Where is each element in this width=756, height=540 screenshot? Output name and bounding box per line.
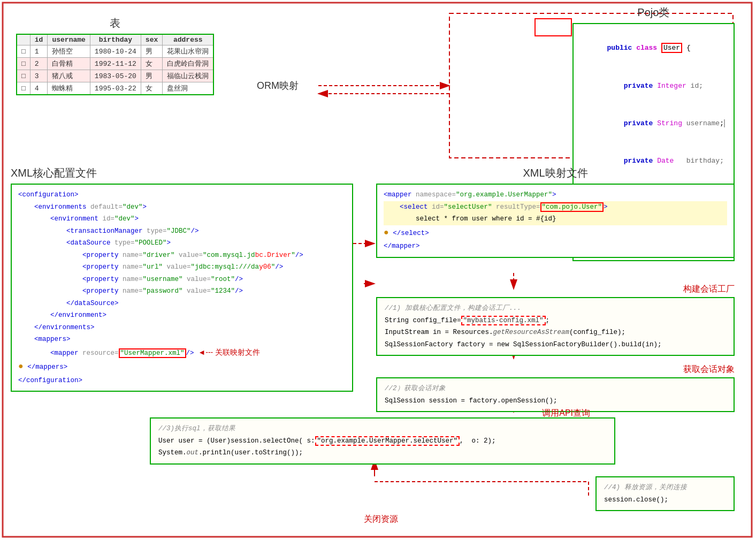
api-query-box: //3)执行sql，获取结果 User user = (User)session… <box>150 417 615 465</box>
xml-core-line-10: </dataSource> <box>18 298 346 310</box>
field-birthday: birthday; <box>686 157 724 165</box>
table-cell: 蜘蛛精 <box>48 82 90 95</box>
kw-private-2: private <box>624 119 657 127</box>
xml-core-line-15: ● </mappers> <box>18 359 346 375</box>
xml-core-line-12: </environments> <box>18 322 346 334</box>
col-address: address <box>163 34 214 45</box>
table-cell: □ <box>17 70 30 82</box>
pojo-title: Pojo类 <box>572 5 735 20</box>
sf-line-1: //1) 加载核心配置文件，构建会话工厂... <box>385 302 726 315</box>
xml-core-title: XML核心配置文件 <box>11 166 353 180</box>
table-cell: 花果山水帘洞 <box>163 45 214 58</box>
table-cell: □ <box>17 82 30 95</box>
xml-core-line-13: <mappers> <box>18 333 346 346</box>
mapper-line-4: ● </select> <box>384 225 727 241</box>
table-cell: 1980-10-24 <box>90 45 141 58</box>
table-cell: 猪八戒 <box>48 70 90 82</box>
session-get-label-wrapper: 获取会话对象 <box>376 364 735 375</box>
table-cell: 女 <box>141 82 162 95</box>
xml-core-line-11: </environment> <box>18 309 346 322</box>
keyword-class: class <box>636 44 661 52</box>
table-cell: □ <box>17 58 30 70</box>
close-resource-arrow-label: 关闭资源 <box>364 514 398 523</box>
table-cell: 白虎岭白骨洞 <box>163 58 214 70</box>
session-factory-arrow-label: 构建会话工厂 <box>683 284 735 293</box>
table-cell: 福临山云栈洞 <box>163 70 214 82</box>
xml-mapper-title: XML映射文件 <box>376 166 735 180</box>
xml-mapper-box: <mapper namespace="org.example.UserMappe… <box>376 184 735 258</box>
table-title: 表 <box>16 16 214 31</box>
kw-private-1: private <box>624 82 657 90</box>
aq-line-2: User user = (User)session.selectOne( s:"… <box>158 435 607 447</box>
xml-core-line-2: <environments default="dev"> <box>18 201 346 214</box>
table-cell: 孙悟空 <box>48 45 90 58</box>
sg-line-1: //2）获取会话对象 <box>385 383 726 395</box>
pojo-line-1: public class User { <box>582 29 725 67</box>
table-header-row: id username birthday sex address <box>17 34 213 45</box>
mapper-line-3: select * from user where id = #{id} <box>384 213 727 225</box>
pojo-line-2: private Integer id; <box>582 67 725 104</box>
release-box: //4) 释放资源，关闭连接 session.close(); <box>595 476 735 511</box>
table-cell: 白骨精 <box>48 58 90 70</box>
orm-label: ORM映射 <box>257 79 299 92</box>
mapper-line-5: </mapper> <box>384 240 727 253</box>
aq-line-3: System.out.println(user.toString()); <box>158 447 607 459</box>
xml-core-line-5: <dataSource type="POOLED"> <box>18 237 346 249</box>
xml-core-line-9: <property name="password" value="1234"/> <box>18 285 346 298</box>
keyword-public: public <box>607 44 637 52</box>
session-factory-section: 构建会话工厂 //1) 加载核心配置文件，构建会话工厂... String co… <box>376 284 735 356</box>
table-cell: 盘丝洞 <box>163 82 214 95</box>
xml-core-line-14: <mapper resource="UserMapper.xml"/> ◄---… <box>18 346 346 360</box>
table-cell: □ <box>17 45 30 58</box>
database-table: id username birthday sex address □1孙悟空19… <box>16 34 214 95</box>
close-resource-label-wrapper: 关闭资源 <box>364 514 398 525</box>
xml-core-line-7: <property name="url" value="jdbc:mysql:/… <box>18 261 346 273</box>
sf-line-3: InputStream in = Resources.getResourceAs… <box>385 326 726 339</box>
release-section: //4) 释放资源，关闭连接 session.close(); <box>595 476 735 511</box>
kw-private-3: private <box>624 157 657 165</box>
xml-mapper-section: XML映射文件 <mapper namespace="org.example.U… <box>376 166 735 258</box>
rel-line-2: session.close(); <box>604 494 726 506</box>
table-cell: 1992-11-12 <box>90 58 141 70</box>
session-factory-box: //1) 加载核心配置文件，构建会话工厂... String config_fi… <box>376 297 735 356</box>
session-get-section: 获取会话对象 //2）获取会话对象 SqlSession session = f… <box>376 364 735 412</box>
type-date: Date <box>657 157 686 165</box>
table-cell: 男 <box>141 45 162 58</box>
xml-core-line-8: <property name="username" value="root"/> <box>18 273 346 286</box>
api-query-section: //3)执行sql，获取结果 User user = (User)session… <box>150 417 615 465</box>
xml-core-line-1: <configuration> <box>18 189 346 201</box>
table-cell: 1 <box>30 45 48 58</box>
sg-line-2: SqlSession session = factory.openSession… <box>385 395 726 407</box>
table-cell: 3 <box>30 70 48 82</box>
api-query-arrow-label: 调用API查询 <box>542 408 590 417</box>
xml-core-box: <configuration> <environments default="d… <box>11 184 353 392</box>
col-id: id <box>30 34 48 45</box>
table-cell: 女 <box>141 58 162 70</box>
pojo-line-3: private String username; <box>582 104 725 142</box>
field-username: username <box>686 119 720 127</box>
type-integer: Integer <box>657 82 690 90</box>
mapper-line-2: <select id="selectUser" resultType="com.… <box>384 201 727 214</box>
session-get-box: //2）获取会话对象 SqlSession session = factory.… <box>376 377 735 412</box>
rel-line-1: //4) 释放资源，关闭连接 <box>604 482 726 494</box>
mapper-line-1: <mapper namespace="org.example.UserMappe… <box>384 189 727 201</box>
xml-core-section: XML核心配置文件 <configuration> <environments … <box>11 166 353 392</box>
col-checkbox <box>17 34 30 45</box>
table-cell: 1983-05-20 <box>90 70 141 82</box>
table-cell: 男 <box>141 70 162 82</box>
xml-core-line-16: </configuration> <box>18 375 346 387</box>
col-username: username <box>48 34 90 45</box>
sf-line-2: String config_file="mybatis-config.xml"; <box>385 315 726 327</box>
col-birthday: birthday <box>90 34 141 45</box>
type-string-1: String <box>657 119 686 127</box>
table-cell: 1995-03-22 <box>90 82 141 95</box>
table-cell: 2 <box>30 58 48 70</box>
sf-line-4: SqlSessionFactory factory = new SqlSessi… <box>385 339 726 351</box>
class-name-user: User <box>661 43 682 53</box>
session-get-arrow-label: 获取会话对象 <box>683 364 735 374</box>
table-section: 表 id username birthday sex address □1孙悟空… <box>16 16 214 95</box>
table-cell: 4 <box>30 82 48 95</box>
xml-core-line-3: <environment id="dev"> <box>18 213 346 225</box>
aq-line-1: //3)执行sql，获取结果 <box>158 423 607 435</box>
xml-core-line-4: <transactionManager type="JDBC"/> <box>18 225 346 238</box>
